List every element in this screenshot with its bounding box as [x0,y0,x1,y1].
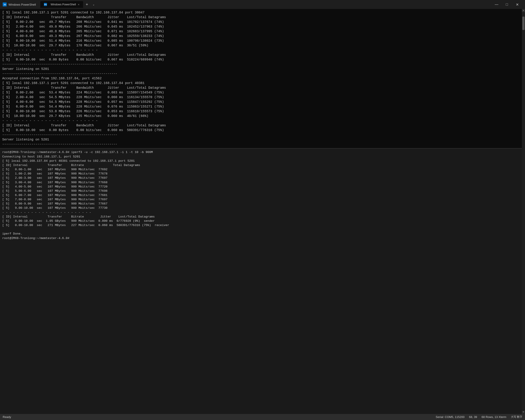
main-area: [ 5] local 192.168.137.1 port 5201 conne… [0,9,525,414]
tab-powershell[interactable]: PS Windows PowerShell ✕ [40,1,83,8]
tab-bar: PS Windows PowerShell ✕ + ⌄ [40,1,96,8]
status-bar: Ready Serial: COM5, 115200 68, 39 68 Row… [0,414,525,420]
window-controls: — □ ✕ [491,1,522,8]
scroll-track[interactable] [522,12,525,411]
cjk-label: 大写 数字 [511,415,522,419]
scroll-down-arrow[interactable]: ▼ [522,411,525,414]
ps-output-top: [ 5] local 192.168.137.1 port 5201 conne… [0,9,522,148]
minimize-button[interactable]: — [491,1,502,8]
scroll-thumb[interactable] [522,17,525,30]
rows-cols-info: 68 Rows, 13 Xterm [482,415,506,419]
linux-terminal-output[interactable]: root@IMX8-Tronlong:~/memtester-4.6.0# ip… [0,149,522,414]
app-icon: PS [3,2,7,7]
tab-close-button[interactable]: ✕ [78,3,80,6]
tab-label: Windows PowerShell [51,3,76,6]
svg-text:PS: PS [4,4,6,6]
scroll-up-arrow[interactable]: ▲ [522,9,525,12]
title-bar: PS Windows PowerShell PS Windows PowerSh… [0,0,525,9]
cursor-position: 68, 39 [469,415,477,419]
serial-info: Serial: COM5, 115200 [436,415,465,419]
scrollbar[interactable]: ▲ ▼ [522,9,525,414]
status-right-section: Serial: COM5, 115200 68, 39 68 Rows, 13 … [436,415,522,419]
terminal-container: [ 5] local 192.168.137.1 port 5201 conne… [0,9,522,414]
new-tab-button[interactable]: + [84,2,90,7]
status-ready: Ready [3,415,11,419]
tab-icon: PS [44,3,47,6]
app-window: PS Windows PowerShell PS Windows PowerSh… [0,0,525,420]
close-button[interactable]: ✕ [512,1,522,8]
window-title: Windows PowerShell [9,3,36,6]
tab-dropdown-button[interactable]: ⌄ [91,3,96,6]
maximize-button[interactable]: □ [502,1,512,8]
